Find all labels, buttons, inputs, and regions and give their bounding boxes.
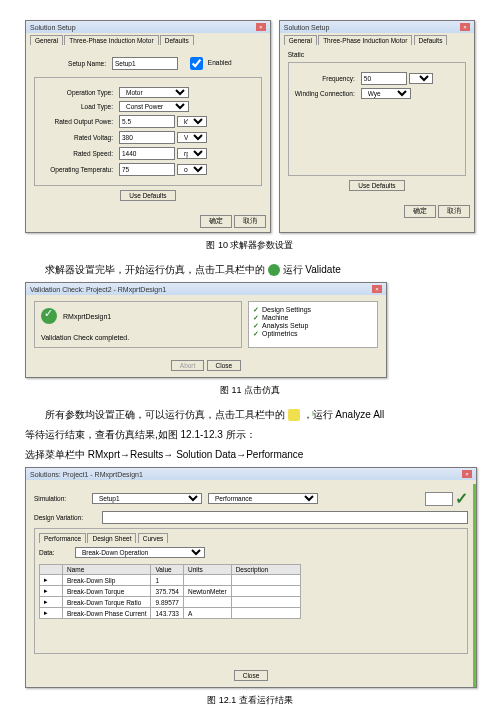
- solutions-dialog: Solutions: Project1 - RMxprtDesign1 × Si…: [25, 467, 477, 688]
- frequency-input[interactable]: [361, 72, 407, 85]
- rated-voltage-input[interactable]: [119, 131, 175, 144]
- scroll-edge: [473, 484, 476, 687]
- performance-select[interactable]: Performance: [208, 493, 318, 504]
- simulation-label: Simulation:: [34, 495, 92, 502]
- solution-setup-dialog-1: Solution Setup × General Three-Phase Ind…: [25, 20, 271, 233]
- design-name: RMxprtDesign1: [63, 313, 111, 320]
- use-defaults-button[interactable]: Use Defaults: [349, 180, 404, 191]
- winding-conn-select[interactable]: Wye: [361, 88, 411, 99]
- tab-general[interactable]: General: [284, 35, 317, 45]
- cancel-button[interactable]: 取消: [438, 205, 470, 218]
- operation-type-label: Operation Type:: [41, 89, 119, 96]
- tab-curves[interactable]: Curves: [138, 533, 169, 543]
- operation-type-select[interactable]: Motor: [119, 87, 189, 98]
- frequency-unit[interactable]: Hz: [409, 73, 433, 84]
- table-row[interactable]: ▸Break-Down Slip1: [40, 575, 301, 586]
- apply-check-icon[interactable]: ✓: [455, 489, 468, 508]
- figure-12-caption: 图 12.1 查看运行结果: [25, 694, 475, 707]
- title-text: Solution Setup: [30, 24, 76, 31]
- window-buttons: ×: [255, 23, 266, 31]
- tab-defaults[interactable]: Defaults: [160, 35, 194, 45]
- cancel-button[interactable]: 取消: [234, 215, 266, 228]
- results-table: Name Value Units Description ▸Break-Down…: [39, 564, 301, 619]
- tab-motor[interactable]: Three-Phase Induction Motor: [318, 35, 412, 45]
- title-text: Validation Check: Project2 - RMxprtDesig…: [30, 286, 166, 293]
- winding-conn-label: Winding Connection:: [295, 90, 361, 97]
- paragraph-4: 选择菜单栏中 RMxprt→Results→ Solution Data→Per…: [25, 447, 475, 463]
- figure-11-caption: 图 11 点击仿真: [25, 384, 475, 397]
- design-var-label: Design Variation:: [34, 514, 102, 521]
- tab-performance[interactable]: Performance: [39, 533, 86, 543]
- data-label: Data:: [39, 549, 75, 556]
- check-machine: Machine: [253, 314, 373, 322]
- validate-icon: [268, 264, 280, 276]
- table-row[interactable]: ▸Break-Down Torque375.754NewtonMeter: [40, 586, 301, 597]
- rated-speed-label: Rated Speed:: [41, 150, 119, 157]
- setup-name-input[interactable]: [112, 57, 178, 70]
- table-row[interactable]: ▸Break-Down Phase Current143.733A: [40, 608, 301, 619]
- close-icon[interactable]: ×: [256, 23, 266, 31]
- check-optimetrics: Optimetrics: [253, 330, 373, 338]
- close-icon[interactable]: ×: [372, 285, 382, 293]
- col-value: Value: [151, 565, 184, 575]
- title-text: Solutions: Project1 - RMxprtDesign1: [30, 471, 143, 478]
- rated-voltage-unit[interactable]: V: [177, 132, 207, 143]
- close-icon[interactable]: ×: [460, 23, 470, 31]
- enabled-checkbox[interactable]: Enabled: [186, 54, 232, 73]
- load-type-select[interactable]: Const Power: [119, 101, 189, 112]
- tab-motor[interactable]: Three-Phase Induction Motor: [64, 35, 158, 45]
- paragraph-3: 等待运行结束，查看仿真结果,如图 12.1-12.3 所示：: [25, 427, 475, 443]
- ok-button[interactable]: 确定: [404, 205, 436, 218]
- solution-setup-dialog-2: Solution Setup × General Three-Phase Ind…: [279, 20, 475, 233]
- paragraph-2: 所有参数均设置正确，可以运行仿真，点击工具栏中的 ，运行 Analyze All: [25, 407, 475, 423]
- operating-temp-label: Operating Temperatu:: [41, 166, 119, 173]
- close-button[interactable]: Close: [207, 360, 242, 371]
- rated-speed-input[interactable]: [119, 147, 175, 160]
- validation-dialog: Validation Check: Project2 - RMxprtDesig…: [25, 282, 387, 378]
- rated-power-input[interactable]: [119, 115, 175, 128]
- rated-power-label: Rated Output Powe:: [41, 118, 119, 125]
- check-design-settings: Design Settings: [253, 306, 373, 314]
- tab-row: General Three-Phase Induction Motor Defa…: [26, 33, 270, 45]
- titlebar: Solutions: Project1 - RMxprtDesign1 ×: [26, 468, 476, 480]
- close-icon[interactable]: ×: [462, 470, 472, 478]
- table-header-row: Name Value Units Description: [40, 565, 301, 575]
- tab-design-sheet[interactable]: Design Sheet: [87, 533, 136, 543]
- setup-name-label: Setup Name:: [34, 60, 112, 67]
- variation-browse[interactable]: [425, 492, 453, 506]
- table-row[interactable]: ▸Break-Down Torque Ratio9.89577: [40, 597, 301, 608]
- load-type-label: Load Type:: [41, 103, 119, 110]
- frequency-label: Frequency:: [295, 75, 361, 82]
- col-description: Description: [231, 565, 300, 575]
- paragraph-1: 求解器设置完毕，开始运行仿真，点击工具栏中的 运行 Validate: [25, 262, 475, 278]
- tab-defaults[interactable]: Defaults: [414, 35, 448, 45]
- validation-status: Validation Check completed.: [41, 334, 235, 341]
- rated-speed-unit[interactable]: rpm: [177, 148, 207, 159]
- titlebar: Solution Setup ×: [280, 21, 474, 33]
- check-analysis-setup: Analysis Setup: [253, 322, 373, 330]
- analyze-icon: [288, 409, 300, 421]
- titlebar: Validation Check: Project2 - RMxprtDesig…: [26, 283, 386, 295]
- col-units: Units: [183, 565, 231, 575]
- col-name: Name: [63, 565, 151, 575]
- simulation-select[interactable]: Setup1: [92, 493, 202, 504]
- title-text: Solution Setup: [284, 24, 330, 31]
- data-select[interactable]: Break-Down Operation: [75, 547, 205, 558]
- titlebar: Solution Setup ×: [26, 21, 270, 33]
- operating-temp-unit[interactable]: cel: [177, 164, 207, 175]
- close-button[interactable]: Close: [234, 670, 269, 681]
- static-group-label: Static: [288, 51, 466, 58]
- check-icon: [41, 308, 57, 324]
- rated-power-unit[interactable]: kW: [177, 116, 207, 127]
- figure-10-caption: 图 10 求解器参数设置: [25, 239, 475, 252]
- use-defaults-button[interactable]: Use Defaults: [120, 190, 175, 201]
- tab-general[interactable]: General: [30, 35, 63, 45]
- design-var-input[interactable]: [102, 511, 468, 524]
- abort-button: Abort: [171, 360, 205, 371]
- operating-temp-input[interactable]: [119, 163, 175, 176]
- ok-button[interactable]: 确定: [200, 215, 232, 228]
- rated-voltage-label: Rated Voltag:: [41, 134, 119, 141]
